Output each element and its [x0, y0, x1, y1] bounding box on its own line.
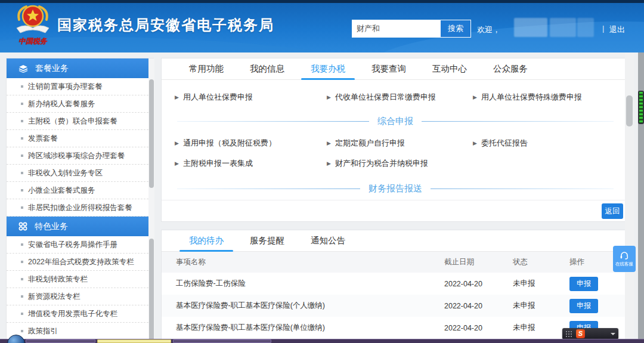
sidebar-item-label: 增值税专用发票电子化专栏	[28, 309, 117, 319]
sidebar-scrollbar-thumb[interactable]	[149, 239, 154, 343]
ime-toolbar[interactable]: S	[562, 328, 618, 339]
sidebar-item[interactable]: 非税划转政策专栏	[7, 271, 148, 288]
sidebar-item[interactable]: 新资源税法专栏	[7, 288, 148, 305]
item-name: 基本医疗保险费-职工基本医疗保险(个人缴纳)	[162, 301, 444, 311]
sidebar-item-label: 小微企业套餐式服务	[28, 186, 95, 196]
bullet-icon	[21, 120, 23, 122]
sogou-ime-icon[interactable]: S	[576, 329, 585, 338]
logout-link[interactable]: 退出	[609, 24, 625, 35]
online-customer-service-button[interactable]: 在线客服	[613, 246, 636, 272]
sidebar-item[interactable]: 新办纳税人套餐服务	[7, 95, 148, 113]
site-title: 国家税务总局安徽省电子税务局	[57, 16, 274, 35]
service-link[interactable]: ▶代收单位社保费日常缴费申报	[327, 87, 473, 107]
drag-handle-icon[interactable]	[565, 330, 572, 337]
declare-button[interactable]: 申报	[569, 299, 598, 313]
tab-public-services[interactable]: 公众服务	[480, 58, 541, 79]
section-divider-comprehensive-filing: 综合申报	[177, 116, 614, 127]
customer-service-label: 在线客服	[615, 261, 633, 267]
sidebar-section-title: 套餐业务	[35, 63, 69, 74]
header-decoration	[0, 32, 382, 52]
arrow-icon: ▶	[327, 160, 331, 166]
service-link-label: 用人单位社保费特殊缴费申报	[481, 92, 582, 103]
section-divider-financial-report: 财务报告报送	[177, 183, 614, 194]
item-name: 工伤保险费-工伤保险	[162, 279, 444, 289]
sidebar-item[interactable]: 安徽省电子税务局操作手册	[7, 236, 148, 254]
service-link[interactable]: ▶用人单位社保费特殊缴费申报	[473, 87, 629, 107]
tax-services-panel: 常用功能 我的信息 我要办税 我要查询 互动中心 公众服务 ▶用人单位社保费申报…	[161, 58, 630, 222]
bullet-icon	[21, 189, 23, 191]
column-header-item-name: 事项名称	[162, 257, 444, 267]
service-link[interactable]: ▶用人单位社保费申报	[175, 87, 327, 107]
service-link-label: 定期定额户自行申报	[335, 138, 405, 149]
tab-my-todo[interactable]: 我的待办	[176, 230, 237, 251]
arrow-icon: ▶	[327, 94, 331, 100]
sidebar-item[interactable]: 政策指引	[7, 323, 148, 340]
taskbar	[0, 339, 644, 343]
sidebar-item-label: 非税收入划转业务专区	[28, 168, 103, 178]
ime-dropdown-icon[interactable]	[611, 333, 615, 335]
sidebar-item-label: 注销前置事项办理套餐	[28, 82, 103, 92]
tax-bureau-logo: 中国税务	[11, 2, 55, 48]
search-button[interactable]: 搜索	[440, 20, 471, 38]
tab-my-info[interactable]: 我的信息	[237, 58, 298, 79]
service-link[interactable]: ▶定期定额户自行申报	[327, 133, 473, 153]
sidebar-item-label: 2022年组合式税费支持政策专栏	[28, 257, 134, 267]
tab-notices[interactable]: 通知公告	[298, 230, 358, 251]
item-status: 未申报	[513, 323, 569, 333]
arrow-icon: ▶	[473, 94, 477, 100]
tab-i-want-to-file-tax[interactable]: 我要办税	[298, 58, 358, 79]
sidebar-item-label: 发票套餐	[28, 134, 58, 144]
search-input[interactable]	[352, 20, 440, 38]
sidebar-item[interactable]: 非税收入划转业务专区	[7, 165, 148, 182]
sidebar-item[interactable]: 非居民扣缴企业所得税报告套餐	[7, 199, 148, 217]
taskbar-window-button[interactable]	[173, 339, 271, 343]
service-link[interactable]: ▶通用申报（税及附征税费）	[175, 133, 327, 153]
sidebar-scrollbar-thumb[interactable]	[149, 79, 154, 188]
table-row: 基本医疗保险费-职工基本医疗保险(个人缴纳) 2022-04-20 未申报 申报	[162, 295, 629, 317]
page-scrollbar-thumb[interactable]	[626, 95, 633, 126]
sidebar-item[interactable]: 2022年组合式税费支持政策专栏	[7, 254, 148, 271]
declare-button[interactable]: 申报	[569, 277, 598, 291]
sidebar-item-label: 政策指引	[28, 326, 58, 336]
bullet-icon	[21, 137, 23, 140]
service-link[interactable]: ▶委托代征报告	[473, 133, 629, 153]
sidebar-item[interactable]: 发票套餐	[7, 130, 148, 147]
back-button[interactable]: 返回	[602, 203, 623, 219]
sidebar-item-label: 新资源税法专栏	[28, 292, 80, 302]
bullet-icon	[21, 172, 23, 174]
sidebar-section-package-business[interactable]: 套餐业务	[7, 58, 153, 78]
bullet-icon	[21, 313, 23, 315]
item-name: 基本医疗保险费-职工基本医疗保险(单位缴纳)	[162, 323, 444, 333]
bullet-icon	[21, 243, 23, 246]
tab-i-want-to-query[interactable]: 我要查询	[358, 58, 419, 79]
taskbar-window-button-active[interactable]	[97, 339, 171, 343]
sidebar-item[interactable]: 小微企业套餐式服务	[7, 182, 148, 199]
arrow-icon: ▶	[175, 160, 179, 166]
sidebar: 套餐业务 注销前置事项办理套餐 新办纳税人套餐服务 主附税（费）联合申报套餐 发…	[6, 58, 154, 343]
tab-service-reminder[interactable]: 服务提醒	[237, 230, 298, 251]
service-link-label: 通用申报（税及附征税费）	[183, 138, 276, 149]
sidebar-item[interactable]: 主附税（费）联合申报套餐	[7, 113, 148, 130]
welcome-text: 欢迎，	[477, 24, 500, 35]
sidebar-item[interactable]: 注销前置事项办理套餐	[7, 78, 148, 95]
tab-common-functions[interactable]: 常用功能	[176, 58, 237, 79]
item-deadline: 2022-04-20	[444, 324, 513, 332]
taskbar-window-button[interactable]	[26, 339, 95, 343]
service-link-label: 用人单位社保费申报	[183, 92, 253, 103]
bullet-icon	[21, 330, 23, 332]
logo-caption: 中国税务	[11, 36, 55, 47]
sidebar-item[interactable]: 增值税专用发票电子化专栏	[7, 305, 148, 323]
divider-line	[431, 189, 614, 189]
redacted-username	[514, 18, 547, 37]
divider-line	[177, 121, 369, 122]
sidebar-item[interactable]: 跨区域涉税事项综合办理套餐	[7, 147, 148, 165]
service-link-label: 代收单位社保费日常缴费申报	[335, 92, 436, 103]
tab-interaction-center[interactable]: 互动中心	[419, 58, 480, 79]
item-deadline: 2022-04-20	[444, 280, 513, 288]
service-link[interactable]: ▶财产和行为税合并纳税申报	[327, 153, 473, 174]
bullet-icon	[21, 206, 23, 209]
sidebar-section-featured-business[interactable]: 特色业务	[7, 217, 153, 236]
service-link[interactable]: ▶主附税申报一表集成	[175, 153, 327, 174]
sidebar-item-label: 非税划转政策专栏	[28, 274, 88, 285]
sidebar-item-label: 安徽省电子税务局操作手册	[28, 240, 117, 250]
